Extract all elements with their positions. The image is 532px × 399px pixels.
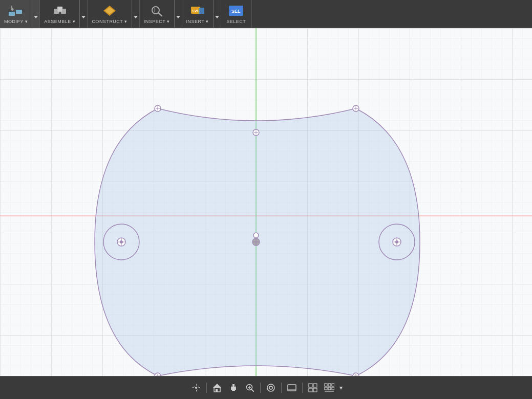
modify-group[interactable]: MODIFY ▾ [0,0,40,28]
construct-button[interactable]: CONSTRUCT ▾ [88,2,131,26]
select-button[interactable]: SEL SELECT [222,2,250,26]
inspect-group[interactable]: i INSPECT ▾ [140,0,182,28]
separator-1 [206,383,207,393]
select-group[interactable]: SEL SELECT [221,0,252,28]
svg-marker-58 [213,384,221,388]
svg-line-61 [251,389,253,391]
select-icon: SEL [228,4,244,18]
grid2-arrow[interactable]: ▾ [338,384,344,391]
svg-rect-75 [325,387,327,390]
svg-rect-77 [332,387,334,390]
svg-line-11 [158,13,162,16]
select-label: SELECT [226,19,246,24]
modify-dropdown[interactable] [32,0,39,28]
svg-rect-72 [325,384,327,386]
inspect-icon: i [148,4,165,18]
main-toolbar: MODIFY ▾ ASSEMBLE ▾ [0,0,532,28]
svg-rect-70 [309,388,312,392]
insert-arrow-icon [215,16,219,18]
sketch-canvas[interactable] [0,28,532,376]
svg-rect-3 [11,6,12,10]
pan-button[interactable] [226,381,241,395]
svg-marker-7 [59,12,61,14]
svg-rect-76 [328,387,331,390]
svg-point-56 [195,387,197,389]
svg-rect-1 [16,10,22,14]
svg-rect-74 [332,384,334,386]
modify-label: MODIFY ▾ [4,19,28,24]
construct-dropdown[interactable] [132,0,139,28]
assemble-icon [52,4,68,18]
zoom-fit-button[interactable] [243,381,257,395]
svg-rect-68 [309,384,312,387]
svg-marker-52 [196,384,198,387]
modify-icon [8,4,24,18]
modify-arrow-icon [34,16,38,18]
svg-rect-6 [57,7,62,12]
insert-button[interactable]: SVG INSERT ▾ [182,2,213,26]
grid2-button[interactable] [322,381,336,395]
construct-arrow-icon [134,16,138,18]
insert-dropdown[interactable] [213,0,221,28]
svg-marker-54 [192,386,196,388]
construct-label: CONSTRUCT ▾ [92,19,127,24]
separator-4 [302,383,303,393]
canvas-svg [0,28,532,376]
inspect-arrow-icon [176,16,180,18]
modify-button[interactable]: MODIFY ▾ [0,2,32,26]
svg-marker-55 [197,386,200,388]
inspect-button[interactable]: i INSPECT ▾ [140,2,174,26]
svg-rect-0 [9,12,15,16]
select-mode-button[interactable] [264,381,278,395]
assemble-label: ASSEMBLE ▾ [44,19,75,24]
svg-rect-15 [199,8,204,14]
svg-point-35 [253,233,259,238]
assemble-button[interactable]: ASSEMBLE ▾ [40,2,79,26]
svg-text:i: i [154,8,156,13]
grid-button[interactable] [306,381,320,395]
svg-rect-66 [288,385,296,391]
insert-group[interactable]: SVG INSERT ▾ [182,0,221,28]
insert-icon: SVG [189,4,206,18]
insert-label: INSERT ▾ [186,19,209,24]
inspect-dropdown[interactable] [174,0,182,28]
display-button[interactable] [285,381,299,395]
svg-point-64 [267,384,274,391]
separator-3 [281,383,282,393]
separator-2 [260,383,261,393]
bottom-toolbar: ▾ [0,376,532,399]
assemble-arrow-icon [81,16,86,18]
assemble-dropdown[interactable] [79,0,87,28]
assemble-group[interactable]: ASSEMBLE ▾ [40,0,88,28]
construct-icon [101,4,118,18]
svg-rect-71 [313,388,317,392]
svg-rect-73 [328,384,331,386]
svg-point-65 [269,386,272,389]
svg-text:SEL: SEL [231,9,241,14]
inspect-label: INSPECT ▾ [144,19,170,24]
home-button[interactable] [210,381,224,395]
svg-marker-53 [196,388,198,392]
svg-rect-69 [313,384,317,387]
svg-rect-59 [216,389,218,392]
move-button[interactable] [189,381,203,395]
svg-marker-9 [105,7,114,14]
construct-group[interactable]: CONSTRUCT ▾ [88,0,139,28]
